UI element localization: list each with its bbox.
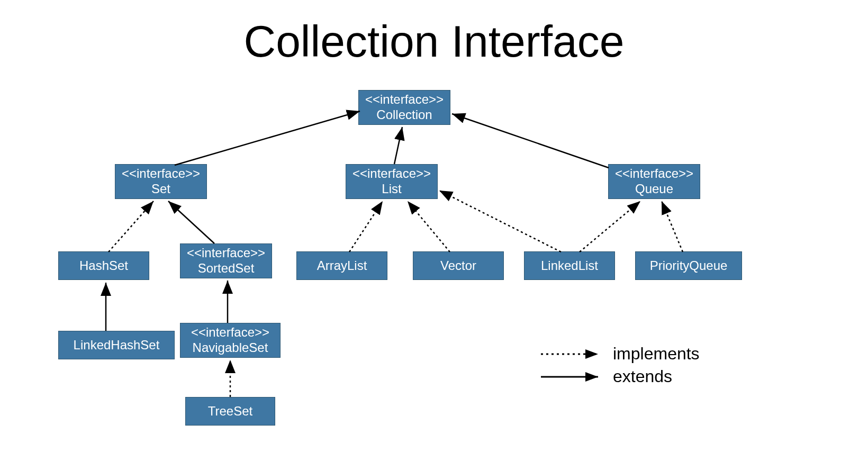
stereotype-label: <<interface>> [359, 92, 450, 107]
legend-row-implements: implements [540, 344, 700, 364]
svg-line-2 [175, 111, 360, 165]
node-navigableset: <<interface>> NavigableSet [180, 323, 281, 358]
stereotype-label: <<interface>> [115, 166, 206, 182]
node-label: NavigableSet [180, 340, 280, 356]
node-queue: <<interface>> Queue [608, 164, 700, 199]
node-label: HashSet [59, 258, 149, 274]
node-label: ArrayList [297, 258, 387, 274]
legend-label: extends [613, 367, 672, 386]
svg-line-5 [108, 201, 153, 252]
node-vector: Vector [413, 251, 504, 280]
node-arraylist: ArrayList [296, 251, 387, 280]
node-label: TreeSet [186, 404, 275, 419]
legend-label: implements [613, 344, 700, 364]
node-label: SortedSet [180, 261, 272, 276]
legend-row-extends: extends [540, 367, 700, 386]
arrow-dotted-icon [540, 349, 603, 359]
node-label: Collection [359, 107, 450, 123]
node-list: <<interface>> List [346, 164, 438, 199]
node-label: LinkedHashSet [59, 338, 174, 353]
svg-line-4 [452, 114, 609, 168]
stereotype-label: <<interface>> [609, 166, 700, 182]
arrow-solid-icon [540, 372, 603, 382]
node-collection: <<interface>> Collection [358, 90, 450, 125]
node-hashset: HashSet [58, 251, 149, 280]
svg-line-9 [439, 191, 561, 252]
node-label: List [346, 182, 437, 197]
node-label: LinkedList [525, 258, 614, 274]
node-label: Vector [413, 258, 503, 274]
svg-line-11 [662, 201, 683, 252]
stereotype-label: <<interface>> [180, 246, 272, 261]
node-treeset: TreeSet [185, 397, 275, 426]
node-linkedhashset: LinkedHashSet [58, 331, 175, 359]
svg-line-3 [394, 127, 402, 164]
node-set: <<interface>> Set [115, 164, 207, 199]
node-label: Queue [609, 182, 700, 197]
node-sortedset: <<interface>> SortedSet [180, 243, 272, 278]
legend: implements extends [540, 344, 700, 390]
node-priorityqueue: PriorityQueue [635, 251, 742, 280]
svg-line-8 [408, 201, 450, 252]
node-linkedlist: LinkedList [524, 251, 615, 280]
diagram-edges [0, 0, 868, 470]
node-label: PriorityQueue [636, 258, 742, 274]
stereotype-label: <<interface>> [346, 166, 437, 182]
svg-line-6 [168, 201, 214, 243]
diagram-title: Collection Interface [0, 16, 868, 67]
stereotype-label: <<interface>> [180, 325, 280, 340]
node-label: Set [115, 182, 206, 197]
svg-line-10 [580, 201, 640, 252]
svg-line-7 [349, 201, 383, 252]
